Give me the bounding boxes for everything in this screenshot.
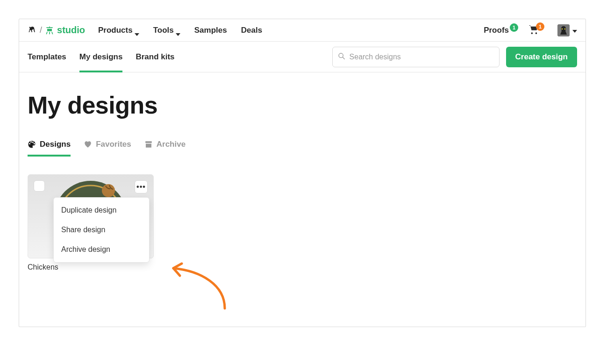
menu-duplicate[interactable]: Duplicate design [54, 200, 149, 220]
sub-tabs: Templates My designs Brand kits [28, 42, 175, 72]
chevron-down-icon [176, 29, 180, 32]
design-card: ••• Duplicate design Share design Archiv… [28, 174, 154, 271]
filter-favorites[interactable]: Favorites [84, 140, 131, 156]
proofs-link[interactable]: Proofs 1 [484, 26, 518, 35]
nav-tools-label: Tools [153, 26, 174, 35]
design-card-title: Chickens [28, 263, 154, 271]
chevron-down-icon [135, 29, 139, 32]
design-cards: ••• Duplicate design Share design Archiv… [28, 174, 577, 271]
filter-designs[interactable]: Designs [28, 140, 71, 156]
filter-designs-label: Designs [40, 140, 71, 149]
sub-nav-right: Create design [332, 47, 577, 67]
proofs-label: Proofs [484, 26, 509, 35]
archive-icon [144, 140, 153, 149]
avatar [557, 24, 570, 36]
app-frame: / studio Products Tools [19, 19, 586, 327]
top-nav-right: Proofs 1 1 [484, 24, 577, 36]
heart-icon [84, 140, 92, 149]
tab-templates-label: Templates [28, 52, 66, 62]
palette-icon [28, 140, 36, 149]
filter-archive[interactable]: Archive [144, 140, 186, 156]
nav-tools[interactable]: Tools [153, 26, 180, 35]
tab-my-designs-label: My designs [79, 52, 123, 62]
search-input[interactable] [332, 47, 500, 67]
sub-nav: Templates My designs Brand kits Create d… [19, 42, 585, 72]
svg-point-2 [564, 28, 565, 29]
nav-products-label: Products [98, 26, 133, 35]
svg-point-7 [102, 184, 115, 197]
cart-button[interactable]: 1 [528, 25, 547, 36]
svg-line-4 [343, 57, 345, 59]
tab-brand-kits[interactable]: Brand kits [136, 42, 174, 72]
svg-point-1 [562, 28, 563, 29]
nav-samples-label: Samples [194, 26, 227, 35]
ellipsis-icon: ••• [136, 183, 146, 191]
design-card-thumb[interactable]: ••• Duplicate design Share design Archiv… [28, 174, 154, 258]
horse-icon [28, 25, 37, 36]
nav-deals[interactable]: Deals [241, 26, 262, 35]
chevron-down-icon [572, 26, 577, 35]
filter-tabs: Designs Favorites Archive [28, 140, 577, 156]
nav-deals-label: Deals [241, 26, 262, 35]
search-box [332, 47, 500, 67]
top-nav: / studio Products Tools [19, 19, 585, 42]
brand-separator: / [40, 25, 42, 35]
create-design-button[interactable]: Create design [506, 47, 577, 67]
brand[interactable]: / studio [28, 25, 85, 36]
design-context-menu: Duplicate design Share design Archive de… [53, 197, 150, 263]
brand-text: studio [57, 25, 85, 36]
filter-archive-label: Archive [157, 140, 186, 149]
tab-brand-kits-label: Brand kits [136, 52, 174, 62]
tab-templates[interactable]: Templates [28, 42, 66, 72]
svg-point-3 [339, 53, 343, 57]
nav-samples[interactable]: Samples [194, 26, 227, 35]
design-select-checkbox[interactable] [34, 180, 45, 192]
nav-products[interactable]: Products [98, 26, 139, 35]
proofs-badge: 1 [510, 23, 518, 32]
tab-my-designs[interactable]: My designs [79, 42, 123, 72]
search-icon [338, 52, 345, 62]
menu-archive[interactable]: Archive design [54, 240, 149, 259]
easel-icon [45, 26, 54, 35]
menu-share[interactable]: Share design [54, 220, 149, 240]
page-title: My designs [28, 91, 577, 119]
cart-badge: 1 [536, 22, 544, 31]
nav-links: Products Tools Samples Deals [98, 26, 262, 35]
filter-favorites-label: Favorites [96, 140, 131, 149]
user-menu[interactable] [557, 24, 577, 36]
design-more-button[interactable]: ••• [135, 180, 148, 193]
main-content: My designs Designs Favorites Archive [19, 72, 585, 300]
